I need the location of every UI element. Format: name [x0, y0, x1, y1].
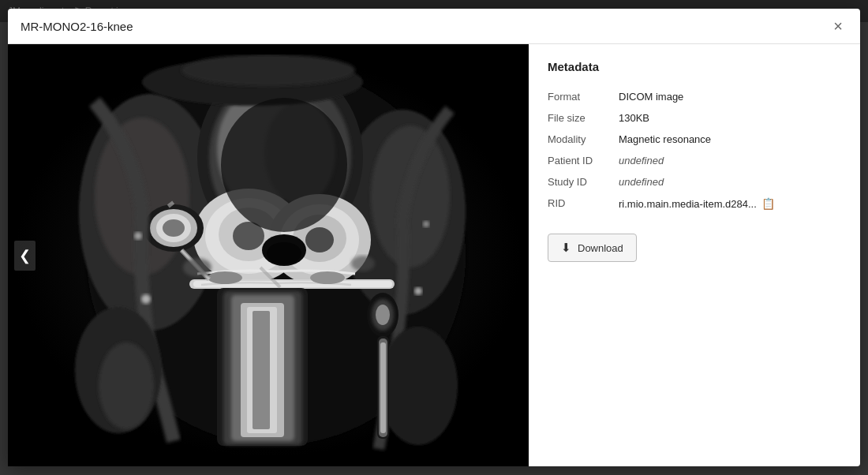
modal-body: ❮: [8, 44, 860, 466]
media-modal: MR-MONO2-16-knee × ❮: [8, 9, 860, 466]
format-value: DICOM image: [619, 86, 841, 107]
format-key: Format: [548, 86, 619, 107]
studyid-value: undefined: [619, 171, 841, 193]
download-button[interactable]: ⬇ Download: [548, 234, 637, 262]
copy-icon[interactable]: 📋: [761, 197, 775, 210]
patientid-key: Patient ID: [548, 150, 619, 171]
modality-key: Modality: [548, 129, 619, 150]
svg-point-39: [414, 287, 422, 295]
metadata-table: Format DICOM image File size 130KB Modal…: [548, 86, 841, 215]
svg-rect-27: [253, 311, 270, 429]
rid-key: RID: [548, 193, 619, 215]
image-panel: ❮: [8, 44, 529, 466]
studyid-key: Study ID: [548, 171, 619, 193]
svg-point-41: [99, 342, 154, 429]
svg-point-33: [310, 271, 345, 284]
svg-point-17: [305, 227, 334, 252]
svg-point-37: [423, 221, 429, 227]
download-icon: ⬇: [561, 241, 571, 255]
svg-point-35: [351, 256, 375, 271]
svg-point-36: [134, 232, 142, 240]
modal-header: MR-MONO2-16-knee ×: [8, 9, 860, 44]
svg-point-32: [208, 271, 242, 284]
rid-text: ri.mio.main.media-item.d284...: [619, 198, 757, 210]
svg-point-42: [379, 327, 458, 445]
table-row: Modality Magnetic resonance: [548, 129, 841, 150]
svg-point-44: [181, 54, 355, 86]
filesize-value: 130KB: [619, 107, 841, 129]
svg-point-19: [267, 242, 301, 264]
metadata-panel: Metadata Format DICOM image File size 13…: [529, 44, 860, 466]
table-row: File size 130KB: [548, 107, 841, 129]
mri-image: [16, 54, 521, 457]
prev-nav-button[interactable]: ❮: [14, 241, 36, 271]
metadata-heading: Metadata: [548, 60, 841, 73]
filesize-key: File size: [548, 107, 619, 129]
table-row: Format DICOM image: [548, 86, 841, 107]
svg-point-31: [163, 219, 185, 237]
download-label: Download: [578, 242, 623, 254]
close-button[interactable]: ×: [829, 17, 847, 36]
svg-point-38: [141, 294, 151, 304]
svg-point-51: [221, 98, 347, 232]
patientid-value: undefined: [619, 150, 841, 171]
rid-value: ri.mio.main.media-item.d284... 📋: [619, 193, 841, 215]
table-row: RID ri.mio.main.media-item.d284... 📋: [548, 193, 841, 215]
modal-title: MR-MONO2-16-knee: [21, 20, 133, 33]
svg-point-47: [376, 305, 390, 325]
modality-value: Magnetic resonance: [619, 129, 841, 150]
table-row: Study ID undefined: [548, 171, 841, 193]
svg-point-34: [183, 258, 211, 277]
svg-rect-50: [380, 342, 386, 433]
table-row: Patient ID undefined: [548, 150, 841, 171]
